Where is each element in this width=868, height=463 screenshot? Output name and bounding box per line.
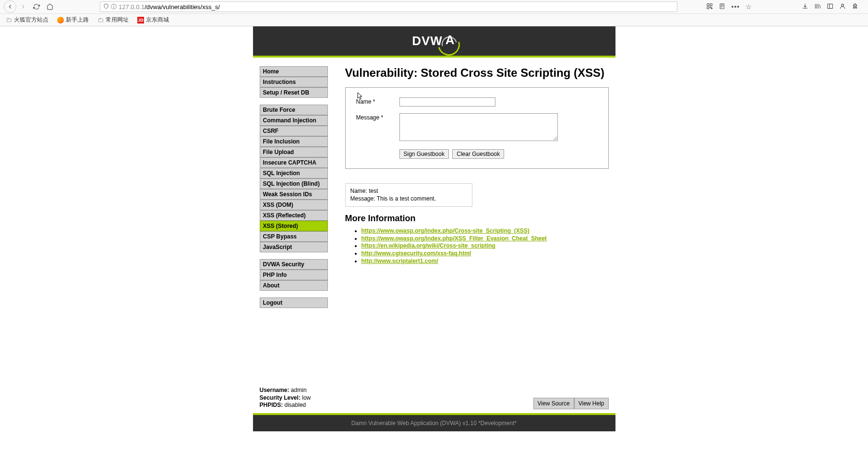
bookmark-label: 新手上路 — [66, 16, 89, 24]
menu-item[interactable]: SQL Injection — [260, 168, 328, 178]
bookmark-item-0[interactable]: 🗀 火狐官方站点 — [4, 15, 50, 25]
entry-message-value: This is a test comment. — [377, 195, 436, 202]
menu-item[interactable]: PHP Info — [260, 270, 328, 280]
toolbar-right: ••• ☆ — [706, 3, 864, 11]
info-link[interactable]: http://www.scriptalert1.com/ — [362, 258, 438, 264]
view-help-button[interactable]: View Help — [574, 398, 609, 409]
menu-item[interactable]: Command Injection — [260, 115, 328, 126]
message-label: Message * — [355, 110, 398, 145]
svg-rect-2 — [707, 7, 709, 9]
bookmark-star-icon[interactable]: ☆ — [746, 3, 752, 11]
menu-item[interactable]: Setup / Reset DB — [260, 87, 328, 98]
menu-item[interactable]: Weak Session IDs — [260, 189, 328, 200]
nav-bar: ⓘ 127.0.0.1/dvwa/vulnerabilities/xss_s/ … — [0, 0, 868, 13]
svg-line-12 — [820, 4, 820, 8]
dvwa-header: DVW A — [253, 26, 615, 58]
menu-item[interactable]: File Upload — [260, 147, 328, 157]
reader-icon[interactable] — [719, 3, 725, 11]
username-label: Username: — [260, 387, 289, 393]
page-area: DVW A HomeInstructionsSetup / Reset DB B… — [0, 26, 868, 431]
bottom-bar: Damn Vulnerable Web Application (DVWA) v… — [253, 413, 615, 431]
username-value: admin — [289, 387, 307, 393]
list-item: https://en.wikipedia.org/wiki/Cross-site… — [362, 242, 609, 250]
library-icon[interactable] — [814, 3, 821, 11]
menu-item[interactable]: XSS (DOM) — [260, 200, 328, 210]
view-source-button[interactable]: View Source — [533, 398, 574, 409]
menu-item[interactable]: About — [260, 280, 328, 291]
message-textarea[interactable] — [399, 113, 558, 141]
info-link[interactable]: http://www.cgisecurity.com/xss-faq.html — [362, 250, 471, 257]
svg-rect-3 — [710, 7, 711, 8]
svg-rect-4 — [711, 8, 712, 9]
list-item: http://www.cgisecurity.com/xss-faq.html — [362, 250, 609, 258]
info-link[interactable]: https://www.owasp.org/index.php/XSS_Filt… — [362, 235, 547, 242]
list-item: https://www.owasp.org/index.php/XSS_Filt… — [362, 235, 609, 243]
firefox-icon — [57, 17, 64, 24]
menu-group-4: Logout — [260, 297, 328, 308]
download-icon[interactable] — [802, 3, 808, 11]
menu-item[interactable]: XSS (Stored) — [260, 221, 328, 231]
menu-item[interactable]: CSRF — [260, 126, 328, 136]
sign-guestbook-button[interactable]: Sign Guestbook — [399, 149, 449, 159]
menu-item[interactable]: Brute Force — [260, 105, 328, 115]
page-title: Vulnerability: Stored Cross Site Scripti… — [345, 66, 609, 80]
info-link[interactable]: https://en.wikipedia.org/wiki/Cross-site… — [362, 242, 495, 249]
qr-icon[interactable] — [706, 3, 713, 11]
security-label: Security Level: — [260, 394, 301, 401]
menu-group-1: HomeInstructionsSetup / Reset DB — [260, 66, 328, 98]
forward-button[interactable] — [16, 1, 30, 12]
svg-rect-1 — [710, 3, 712, 5]
menu-item[interactable]: File Inclusion — [260, 136, 328, 147]
menu-item[interactable]: CSP Bypass — [260, 231, 328, 242]
info-icon: ⓘ — [111, 3, 117, 11]
extension-icon[interactable] — [852, 3, 858, 11]
home-button[interactable] — [43, 1, 57, 12]
menu-item[interactable]: Insecure CAPTCHA — [260, 157, 328, 168]
menu-item[interactable]: XSS (Reflected) — [260, 210, 328, 221]
account-icon[interactable] — [839, 3, 846, 11]
sidebar: HomeInstructionsSetup / Reset DB Brute F… — [260, 66, 328, 315]
guestbook-form: Name * Message * Sign Guestbook Clear Gu… — [345, 87, 609, 169]
name-input[interactable] — [399, 97, 495, 107]
entry-name-prefix: Name: — [350, 188, 369, 194]
dvwa-footer-row: Username: admin Security Level: low PHPI… — [253, 387, 615, 413]
folder-icon: 🗀 — [6, 16, 12, 24]
bookmark-label: 常用网址 — [106, 16, 129, 24]
svg-rect-0 — [707, 3, 709, 5]
bookmarks-bar: 🗀 火狐官方站点 新手上路 🗀 常用网址 JD 京东商城 — [0, 13, 868, 26]
folder-icon: 🗀 — [97, 16, 104, 24]
menu-item[interactable]: Instructions — [260, 77, 328, 87]
url-bar[interactable]: ⓘ 127.0.0.1/dvwa/vulnerabilities/xss_s/ — [100, 1, 677, 12]
svg-rect-13 — [828, 4, 833, 8]
menu-item[interactable]: Logout — [260, 297, 328, 308]
menu-item[interactable]: DVWA Security — [260, 259, 328, 270]
menu-item[interactable]: JavaScript — [260, 242, 328, 252]
main-content: Vulnerability: Stored Cross Site Scripti… — [345, 66, 609, 315]
bookmark-item-2[interactable]: 🗀 常用网址 — [96, 15, 131, 25]
list-item: http://www.scriptalert1.com/ — [362, 258, 609, 265]
clear-guestbook-button[interactable]: Clear Guestbook — [452, 149, 504, 159]
dvwa-body: HomeInstructionsSetup / Reset DB Brute F… — [253, 58, 615, 320]
entry-name-value: test — [369, 188, 378, 194]
back-button[interactable] — [4, 0, 16, 13]
more-icon[interactable]: ••• — [731, 3, 740, 11]
name-label: Name * — [355, 95, 398, 109]
bookmark-label: 火狐官方站点 — [14, 16, 48, 24]
dvwa-logo: DVW A — [412, 34, 456, 48]
phpids-label: PHPIDS: — [260, 402, 283, 408]
reload-button[interactable] — [30, 1, 43, 12]
bookmark-item-3[interactable]: JD 京东商城 — [135, 15, 171, 25]
url-text: 127.0.0.1/dvwa/vulnerabilities/xss_s/ — [119, 3, 220, 11]
guestbook-entry: Name: test Message: This is a test comme… — [345, 183, 472, 207]
status-info: Username: admin Security Level: low PHPI… — [260, 387, 311, 409]
menu-item[interactable]: Home — [260, 66, 328, 77]
menu-item[interactable]: SQL Injection (Blind) — [260, 178, 328, 189]
bookmark-label: 京东商城 — [146, 16, 169, 24]
info-link[interactable]: https://www.owasp.org/index.php/Cross-si… — [362, 227, 530, 234]
jd-icon: JD — [137, 17, 144, 24]
phpids-value: disabled — [283, 402, 306, 408]
sidebar-icon[interactable] — [827, 3, 833, 11]
bookmark-item-1[interactable]: 新手上路 — [55, 15, 91, 25]
dvwa-container: DVW A HomeInstructionsSetup / Reset DB B… — [253, 26, 615, 431]
menu-group-2: Brute ForceCommand InjectionCSRFFile Inc… — [260, 105, 328, 252]
